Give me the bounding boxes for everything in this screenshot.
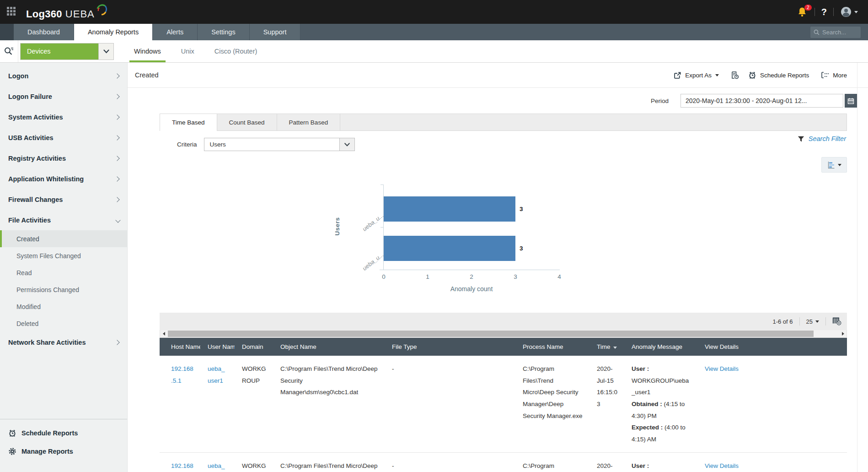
report-header: Created Export As bbox=[128, 63, 868, 88]
col-file-type[interactable]: File Type bbox=[385, 338, 515, 356]
pagination-range: 1-6 of 6 bbox=[772, 318, 793, 325]
sidebar-item-modified[interactable]: Modified bbox=[0, 298, 127, 315]
chevron-down-icon bbox=[103, 49, 109, 54]
period-input[interactable] bbox=[680, 94, 843, 108]
chart-category-label: ueba_u... bbox=[343, 212, 385, 247]
search-icon bbox=[814, 29, 820, 35]
chevron-down-icon bbox=[344, 143, 350, 146]
sidebar-manage-reports[interactable]: Manage Reports bbox=[0, 442, 127, 461]
chart-bar[interactable]: 3 bbox=[384, 236, 559, 261]
nav-tab-alerts[interactable]: Alerts bbox=[153, 24, 198, 40]
export-as-button[interactable]: Export As bbox=[674, 71, 719, 79]
host-link[interactable]: 192.168.6.1 bbox=[171, 462, 193, 472]
host-link[interactable]: 192.168.5.1 bbox=[171, 365, 193, 384]
criteria-selected-value: Users bbox=[204, 141, 339, 148]
help-icon[interactable]: ? bbox=[821, 7, 827, 17]
sidebar-item-registry-activities[interactable]: Registry Activities bbox=[0, 148, 127, 168]
app-grid-icon[interactable] bbox=[7, 7, 17, 17]
tab-cisco-router[interactable]: Cisco (Router) bbox=[204, 40, 267, 62]
search-input[interactable] bbox=[822, 29, 854, 36]
sidebar-item-logon-failure[interactable]: Logon Failure bbox=[0, 86, 127, 107]
table-row: 192.168.5.1 ueba_user1 WORKGROUP C:\Prog… bbox=[160, 356, 847, 453]
tab-windows[interactable]: Windows bbox=[124, 40, 171, 62]
chevron-down-icon bbox=[815, 320, 819, 323]
user-menu[interactable] bbox=[840, 6, 858, 18]
sidebar-item-logon[interactable]: Logon bbox=[0, 65, 127, 86]
calendar-button[interactable] bbox=[845, 94, 857, 108]
tab-count-based[interactable]: Count Based bbox=[217, 114, 277, 130]
page-size-dropdown[interactable]: 25 bbox=[806, 318, 819, 325]
sidebar-item-system-activities[interactable]: System Activities bbox=[0, 107, 127, 127]
user-link[interactable]: ueba_user1 bbox=[208, 365, 225, 384]
user-link[interactable]: ueba_user2 bbox=[208, 462, 225, 472]
nav-tab-anomaly-reports[interactable]: Anomaly Reports bbox=[74, 24, 153, 40]
notifications-bell-icon[interactable]: 2 bbox=[797, 6, 808, 17]
chart-type-button[interactable] bbox=[821, 157, 847, 173]
anomaly-bar-chart: Users ueba_u... ueba_u... 3 3 0 1 bbox=[160, 179, 847, 299]
nav-notch bbox=[0, 24, 14, 40]
table-toolbar: 1-6 of 6 25 bbox=[160, 313, 847, 330]
sidebar-footer: Schedule Reports Manage Reports bbox=[0, 419, 127, 461]
filter-row: Criteria Users Search Filter bbox=[160, 135, 847, 151]
chart-x-axis-title: Anomaly count bbox=[384, 285, 559, 293]
chevron-right-icon bbox=[114, 73, 119, 78]
col-domain[interactable]: Domain bbox=[235, 338, 273, 356]
chevron-right-icon bbox=[114, 156, 119, 161]
select-caret bbox=[339, 138, 354, 151]
report-search-icon[interactable] bbox=[0, 40, 18, 62]
chart-bar[interactable]: 3 bbox=[384, 196, 559, 222]
more-button[interactable]: More bbox=[821, 71, 847, 79]
criteria-select[interactable]: Users bbox=[204, 138, 355, 151]
report-schedule-icon-button[interactable] bbox=[731, 71, 739, 79]
sidebar-item-created[interactable]: Created bbox=[0, 230, 127, 247]
sidebar-item-application-whitelisting[interactable]: Application Whitelisting bbox=[0, 168, 127, 189]
bar-chart-icon bbox=[827, 161, 835, 169]
search-filter-link[interactable]: Search Filter bbox=[798, 135, 846, 142]
topbar-right-controls: 2 ? bbox=[797, 6, 858, 18]
nav-tab-settings[interactable]: Settings bbox=[198, 24, 249, 40]
chevron-down-icon bbox=[115, 217, 120, 222]
file-type-cell: - bbox=[385, 453, 515, 472]
chevron-right-icon bbox=[114, 340, 119, 345]
col-view-details[interactable]: View Details bbox=[697, 338, 847, 356]
alarm-clock-icon bbox=[8, 429, 16, 437]
nav-tab-support[interactable]: Support bbox=[250, 24, 301, 40]
global-search-box[interactable] bbox=[810, 27, 861, 38]
chevron-down-icon bbox=[838, 164, 841, 166]
horizontal-scrollbar[interactable] bbox=[160, 330, 847, 338]
col-object-name[interactable]: Object Name bbox=[273, 338, 385, 356]
sidebar-item-firewall-changes[interactable]: Firewall Changes bbox=[0, 189, 127, 210]
criteria-label: Criteria bbox=[177, 141, 197, 148]
col-host-name[interactable]: Host Name bbox=[160, 338, 200, 356]
sidebar-item-system-files-changed[interactable]: System Files Changed bbox=[0, 247, 127, 264]
chart-toolbar bbox=[160, 157, 847, 173]
col-anomaly-message[interactable]: Anomaly Message bbox=[624, 338, 697, 356]
file-type-cell: - bbox=[385, 356, 515, 453]
view-details-link[interactable]: View Details bbox=[705, 462, 739, 469]
object-cell: C:\Program Files\Trend Micro\Deep Securi… bbox=[273, 356, 385, 453]
devices-dropdown[interactable]: Devices bbox=[20, 43, 114, 60]
sidebar-item-network-share-activities[interactable]: Network Share Activities bbox=[0, 332, 127, 353]
sidebar-item-deleted[interactable]: Deleted bbox=[0, 315, 127, 332]
sidebar-item-usb-activities[interactable]: USB Activities bbox=[0, 127, 127, 148]
scrollbar-thumb[interactable] bbox=[168, 331, 814, 337]
col-time[interactable]: Time bbox=[589, 338, 624, 356]
view-details-link[interactable]: View Details bbox=[705, 365, 739, 372]
tab-time-based[interactable]: Time Based bbox=[160, 114, 217, 131]
tab-unix[interactable]: Unix bbox=[171, 40, 204, 62]
main-content: Created Export As bbox=[128, 63, 868, 472]
sidebar-item-permissions-changed[interactable]: Permissions Changed bbox=[0, 281, 127, 298]
column-chooser-icon[interactable] bbox=[832, 317, 841, 326]
sidebar-item-file-activities[interactable]: File Activities bbox=[0, 210, 127, 230]
brand-swoosh-icon bbox=[96, 4, 107, 16]
sidebar-item-read[interactable]: Read bbox=[0, 264, 127, 281]
scroll-right-arrow[interactable] bbox=[839, 330, 847, 337]
col-user-name[interactable]: User Name bbox=[200, 338, 235, 356]
brand-logo: Log360 UEBA bbox=[26, 4, 107, 20]
nav-tab-dashboard[interactable]: Dashboard bbox=[14, 24, 74, 40]
tab-pattern-based[interactable]: Pattern Based bbox=[277, 114, 341, 130]
scroll-left-arrow[interactable] bbox=[160, 330, 167, 337]
sidebar-schedule-reports[interactable]: Schedule Reports bbox=[0, 424, 127, 442]
schedule-reports-button[interactable]: Schedule Reports bbox=[748, 71, 809, 79]
col-process-name[interactable]: Process Name bbox=[515, 338, 589, 356]
